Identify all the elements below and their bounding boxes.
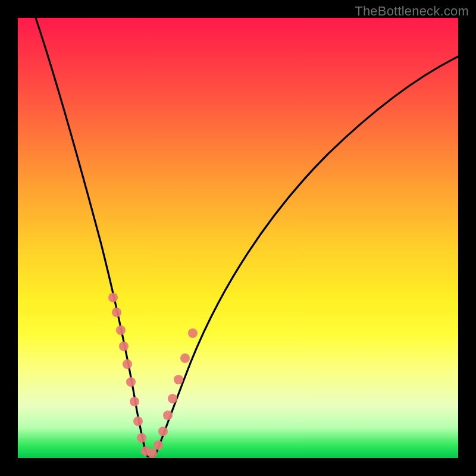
marker-dot [108,293,118,302]
marker-dot [158,427,168,436]
marker-dot [168,394,177,403]
marker-dot [188,328,198,338]
chart-frame: TheBottleneck.com [0,0,476,476]
marker-dot [163,411,173,420]
marker-dot [174,375,183,384]
marker-dot [154,440,163,450]
marker-dot [130,397,139,406]
marker-dot [123,359,132,369]
curve-layer [18,18,458,458]
marker-group [108,293,198,458]
marker-dot [112,308,121,317]
marker-dot [180,353,190,363]
marker-dot [133,416,143,426]
marker-dot [126,377,136,387]
marker-dot [137,433,146,443]
marker-dot [119,342,129,351]
watermark-text: TheBottleneck.com [355,4,469,19]
bottleneck-curve [36,18,458,456]
marker-dot [116,325,126,335]
plot-area [18,18,458,458]
marker-dot [148,449,157,458]
